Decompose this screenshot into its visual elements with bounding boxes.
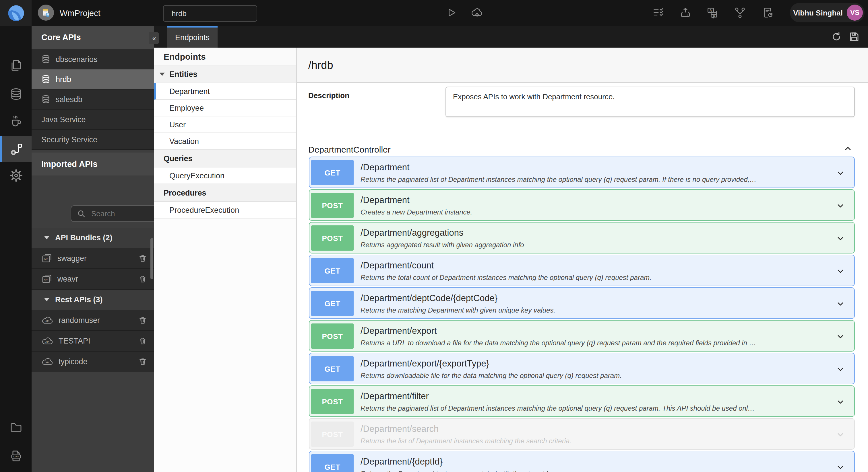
delete-icon[interactable] xyxy=(138,316,147,325)
tree-item-procedureexecution[interactable]: ProcedureExecution xyxy=(154,202,296,218)
tree-section-entities[interactable]: Entities xyxy=(154,65,296,83)
tree-item-department[interactable]: Department xyxy=(154,83,296,100)
sidebar-item-label: salesdb xyxy=(56,95,82,103)
sidebar-scrollbar[interactable] xyxy=(150,238,153,279)
api-cloud-icon: API xyxy=(41,316,53,325)
rail-item-logs[interactable]: LOG xyxy=(0,443,32,469)
chevron-down-icon[interactable] xyxy=(836,430,845,439)
wavemaker-logo[interactable] xyxy=(0,0,32,26)
main-content: /hrdb Description Exposes APIs to work w… xyxy=(297,47,868,472)
chevron-down-icon[interactable] xyxy=(836,332,845,341)
endpoint-card[interactable]: GET/DepartmentReturns the paginated list… xyxy=(309,157,855,188)
run-icon[interactable] xyxy=(445,6,458,19)
chevron-down-icon[interactable] xyxy=(836,365,845,374)
endpoint-path: /Department xyxy=(361,195,410,205)
core-apis-label: Core APIs xyxy=(41,33,81,42)
chevron-down-icon xyxy=(44,236,50,240)
sidebar-item-salesdb[interactable]: salesdb xyxy=(32,90,154,109)
tab-strip: Endpoints xyxy=(154,26,868,47)
endpoint-description: Returns the paginated list of Department… xyxy=(361,175,756,183)
svg-text:API: API xyxy=(44,278,48,281)
user-menu[interactable]: Vibhu Singhal VS xyxy=(790,3,865,22)
gear-icon xyxy=(9,169,23,182)
sidebar-item-label: swagger xyxy=(57,254,87,263)
endpoint-card[interactable]: GET/Department/countReturns the total co… xyxy=(309,255,855,286)
delete-icon[interactable] xyxy=(138,275,147,283)
git-branch-icon[interactable] xyxy=(734,6,746,19)
endpoint-description: Returns the Department instance associat… xyxy=(361,470,550,472)
cloud-upload-icon[interactable] xyxy=(471,6,484,19)
refresh-icon[interactable] xyxy=(831,32,842,42)
delete-icon[interactable] xyxy=(138,337,147,345)
file-sync-icon[interactable] xyxy=(761,6,774,19)
endpoint-card[interactable]: POST/DepartmentCreates a new Department … xyxy=(309,189,855,221)
chevron-down-icon[interactable] xyxy=(836,463,845,472)
endpoint-card[interactable]: POST/Department/filterReturns the pagina… xyxy=(309,385,855,417)
endpoint-list: GET/DepartmentReturns the paginated list… xyxy=(309,157,855,472)
search-input[interactable] xyxy=(163,5,257,22)
rail-item-pages[interactable] xyxy=(0,53,32,78)
sidebar-item-java-service[interactable]: Java Service xyxy=(32,109,154,130)
rail-item-apis[interactable] xyxy=(0,136,32,162)
pages-icon xyxy=(9,59,23,72)
delete-icon[interactable] xyxy=(138,357,147,366)
sidebar-item-randomuser[interactable]: APIrandomuser xyxy=(32,310,154,331)
rail-item-more[interactable] xyxy=(0,469,32,472)
chevron-down-icon xyxy=(44,298,50,302)
save-icon[interactable] xyxy=(849,32,859,42)
checklist-icon[interactable] xyxy=(652,6,665,19)
tree-item-queryexecution[interactable]: QueryExecution xyxy=(154,167,296,184)
endpoint-description: Returns downloadable file for the data m… xyxy=(361,372,622,380)
chevron-down-icon[interactable] xyxy=(836,267,845,276)
endpoint-card[interactable]: POST/Department/searchReturns the list o… xyxy=(309,418,855,450)
export-drive-icon[interactable] xyxy=(679,6,692,19)
endpoint-card[interactable]: POST/Department/exportReturns a URL to d… xyxy=(309,320,855,351)
rail-item-java[interactable] xyxy=(0,108,32,134)
sidebar-item-typicode[interactable]: APItypicode xyxy=(32,351,154,372)
group-header[interactable]: Rest APIs (3) xyxy=(32,290,154,310)
chevron-down-icon[interactable] xyxy=(836,234,845,243)
description-textarea[interactable]: Exposes APIs to work with Department res… xyxy=(445,87,855,117)
endpoint-path: /Department/deptCode/{deptCode} xyxy=(361,293,497,303)
left-rail: LOG xyxy=(0,26,32,472)
delete-icon[interactable] xyxy=(138,254,147,263)
collapse-section-icon[interactable] xyxy=(843,144,852,153)
method-badge: GET xyxy=(311,160,353,185)
sidebar-item-swagger[interactable]: APIswagger xyxy=(32,248,154,269)
tree-item-vacation[interactable]: Vacation xyxy=(154,133,296,150)
project-avatar[interactable] xyxy=(38,5,54,21)
method-badge: POST xyxy=(311,225,353,250)
group-header[interactable]: API Bundles (2) xyxy=(32,228,154,248)
collapse-panel-button[interactable]: « xyxy=(149,32,159,44)
endpoint-card[interactable]: GET/Department/deptCode/{deptCode}Return… xyxy=(309,287,855,319)
rail-item-settings[interactable] xyxy=(0,163,32,188)
tab-endpoints-label: Endpoints xyxy=(175,33,210,42)
chevron-down-icon[interactable] xyxy=(836,398,845,407)
tree-section-procedures[interactable]: Procedures xyxy=(154,184,296,202)
chevron-down-icon[interactable] xyxy=(836,169,845,178)
svg-text:API: API xyxy=(45,341,50,343)
sidebar-item-weavr[interactable]: APIweavr xyxy=(32,269,154,290)
project-name: WmProject xyxy=(60,0,100,26)
sidebar-item-hrdb[interactable]: hrdb xyxy=(32,69,154,90)
method-badge: GET xyxy=(311,356,353,381)
database-icon xyxy=(41,74,51,84)
endpoint-card[interactable]: GET/Department/export/{exportType}Return… xyxy=(309,353,855,384)
endpoint-card[interactable]: POST/Department/aggregationsReturns aggr… xyxy=(309,222,855,254)
chevron-down-icon[interactable] xyxy=(836,201,845,210)
endpoint-path: /Department/export xyxy=(361,326,437,336)
tree-item-user[interactable]: User xyxy=(154,116,296,133)
tab-endpoints[interactable]: Endpoints xyxy=(167,26,218,47)
tree-item-employee[interactable]: Employee xyxy=(154,100,296,116)
chevron-down-icon[interactable] xyxy=(836,299,845,308)
sidebar-item-testapi[interactable]: APITESTAPI xyxy=(32,331,154,351)
sidebar-item-security-service[interactable]: Security Service xyxy=(32,130,154,150)
tree-section-queries[interactable]: Queries xyxy=(154,150,296,167)
translate-icon[interactable]: Aa xyxy=(706,6,719,19)
sidebar-item-dbscenarios[interactable]: dbscenarios xyxy=(32,49,154,69)
svg-text:API: API xyxy=(45,361,50,364)
rail-item-database[interactable] xyxy=(0,81,32,107)
rail-item-files[interactable] xyxy=(0,415,32,440)
endpoint-description: Creates a new Department instance. xyxy=(361,208,472,216)
endpoint-card[interactable]: GET/Department/{deptId}Returns the Depar… xyxy=(309,451,855,472)
